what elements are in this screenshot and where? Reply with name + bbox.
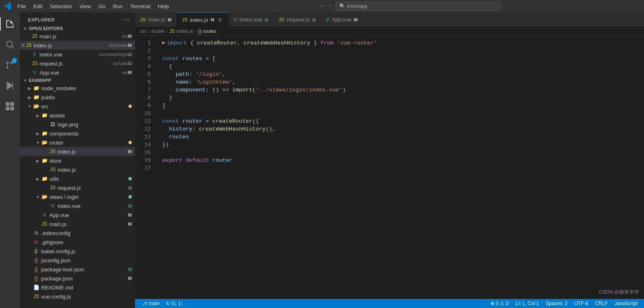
- tab-app-vue[interactable]: V App.vue M: [321, 12, 363, 27]
- open-editor-index-js[interactable]: ✕ JS index.js src\router M: [20, 41, 135, 50]
- tree-utils-request-js[interactable]: JS request.js U: [20, 183, 135, 192]
- status-language[interactable]: JavaScript: [611, 301, 641, 306]
- titlebar: File Edit Selection View Go Run Terminal…: [0, 0, 644, 12]
- menu-view[interactable]: View: [76, 2, 94, 10]
- tree-logo-png[interactable]: 🖼 logo.png: [20, 120, 135, 129]
- tree-views-index-vue[interactable]: V index.vue U: [20, 201, 135, 210]
- watermark: CSDN @极客李华: [599, 289, 639, 296]
- tree-public[interactable]: ▶ 📁 public: [20, 93, 135, 102]
- tab-index-js[interactable]: JS index.js M ✕: [177, 12, 229, 27]
- code-text: [209, 55, 212, 63]
- menu-file[interactable]: File: [14, 2, 29, 10]
- punc: }): [162, 141, 169, 149]
- function-name: createRouter: [197, 39, 237, 47]
- tree-store-index-js[interactable]: JS index.js: [20, 165, 135, 174]
- menu-go[interactable]: Go: [95, 2, 109, 10]
- tree-store[interactable]: ▶ 📁 store: [20, 156, 135, 165]
- tree-src[interactable]: ▼ 📂 src: [20, 102, 135, 111]
- punc: {: [190, 39, 197, 47]
- tree-readme-md[interactable]: 📄 README.md: [20, 283, 135, 292]
- tree-package-lock-json[interactable]: {} package-lock.json U: [20, 265, 135, 274]
- close-editor-icon[interactable]: ✕: [21, 42, 26, 49]
- file-path: src\router: [109, 43, 128, 48]
- tree-node-modules[interactable]: ▶ 📁 node_modules: [20, 84, 135, 93]
- punc: [: [212, 55, 216, 63]
- tree-src-main-js[interactable]: JS main.js M: [20, 219, 135, 229]
- punc: ]: [162, 102, 166, 110]
- folder-expanded-icon: ▼: [35, 140, 41, 145]
- variable: routes: [169, 133, 189, 141]
- status-errors[interactable]: ⊗ 0 ⚠ 0: [487, 301, 512, 306]
- breadcrumb-src[interactable]: src: [140, 28, 147, 34]
- tree-editorconfig[interactable]: ⚙ .editorconfig: [20, 229, 135, 238]
- status-branch[interactable]: ⎇ main: [138, 301, 163, 306]
- source-control-activity-icon[interactable]: 11: [0, 55, 20, 75]
- menu-edit[interactable]: Edit: [30, 2, 46, 10]
- tree-assets[interactable]: ▶ 📁 assets: [20, 111, 135, 120]
- nav-forward-button[interactable]: →: [327, 2, 332, 10]
- tree-views-login[interactable]: ▼ 📂 views \ login: [20, 192, 135, 201]
- tab-main-js[interactable]: JS main.js M: [135, 12, 177, 27]
- menu-run[interactable]: Run: [110, 2, 126, 10]
- breadcrumb-routes[interactable]: {}routes: [198, 28, 216, 34]
- code-line-7: component : () => import ( '../views/log…: [156, 86, 644, 94]
- new-file-icon[interactable]: ⋯: [123, 16, 130, 23]
- status-encoding[interactable]: UTF-8: [571, 301, 592, 306]
- extensions-activity-icon[interactable]: [0, 96, 20, 116]
- open-editor-main-js[interactable]: JS main.js src M: [20, 32, 135, 41]
- folder-label: src: [41, 103, 128, 110]
- global-search-bar[interactable]: 🔍 examapp: [336, 2, 500, 11]
- tab-index-vue[interactable]: V index.vue U: [229, 12, 274, 27]
- nav-back-button[interactable]: ←: [319, 2, 325, 10]
- status-eol[interactable]: CRLF: [592, 301, 611, 306]
- open-editors-section[interactable]: ▼ OPEN EDITORS: [20, 25, 135, 32]
- explorer-activity-icon[interactable]: [0, 14, 20, 34]
- modified-indicator: M: [128, 276, 132, 281]
- menu-terminal[interactable]: Terminal: [127, 2, 154, 10]
- menu-selection[interactable]: Selection: [47, 2, 75, 10]
- tab-request-js[interactable]: JS request.js U: [273, 12, 321, 27]
- code-line-8: }: [156, 94, 644, 102]
- breadcrumb-router[interactable]: router: [152, 28, 164, 34]
- svg-rect-10: [10, 107, 14, 110]
- file-label: package-lock.json: [41, 266, 128, 273]
- tree-router-index-js[interactable]: JS index.js M: [20, 147, 135, 156]
- punc: :: [189, 78, 196, 86]
- examapp-section[interactable]: ▼ EXAMAPP: [20, 77, 135, 84]
- open-editor-app-vue[interactable]: V App.vue src M: [20, 68, 135, 77]
- svg-point-0: [7, 41, 12, 47]
- tab-close-button[interactable]: ✕: [217, 16, 224, 23]
- tree-jsconfig-json[interactable]: {} jsconfig.json: [20, 256, 135, 265]
- status-bar: ⎇ main ↻ 0↓ 1↑ ⊗ 0 ⚠ 0 Ln 1, Col 1 Space…: [135, 299, 644, 308]
- svg-line-1: [12, 47, 14, 49]
- tree-gitignore[interactable]: ⊘ .gitignore: [20, 238, 135, 247]
- menu-help[interactable]: Help: [154, 2, 172, 10]
- run-activity-icon[interactable]: [0, 76, 20, 96]
- code-line-16: export default router: [156, 156, 644, 164]
- breadcrumb-index-js[interactable]: JSindex.js: [169, 28, 193, 34]
- tab-bar: JS main.js M JS index.js M ✕ V index.vue…: [135, 12, 644, 27]
- explorer-title: EXPLORER: [28, 17, 55, 22]
- punc: :: [189, 70, 196, 78]
- open-editor-request-js[interactable]: JS request.js src\utils U: [20, 59, 135, 68]
- code-text: [334, 39, 337, 47]
- tree-router[interactable]: ▼ 📂 router: [20, 138, 135, 147]
- status-spaces[interactable]: Spaces: 2: [542, 301, 571, 306]
- folder-icon: 📁: [41, 157, 48, 164]
- search-activity-icon[interactable]: [0, 35, 20, 54]
- file-label: babel.config.js: [41, 248, 135, 254]
- json-file-icon: {}: [33, 266, 40, 273]
- tree-vue-config-js[interactable]: JS vue.config.js: [20, 292, 135, 301]
- open-editor-index-vue[interactable]: V index.vue src\views\login U: [20, 50, 135, 59]
- status-sync[interactable]: ↻ 0↓ 1↑: [163, 301, 187, 306]
- code-content[interactable]: ▶ import { createRouter , createWebHashH…: [156, 36, 644, 299]
- tree-package-json[interactable]: {} package.json M: [20, 274, 135, 283]
- modified-indicator: M: [128, 70, 132, 75]
- indent: [162, 63, 169, 70]
- tree-utils[interactable]: ▶ 📁 utils: [20, 174, 135, 183]
- status-line-col[interactable]: Ln 1, Col 1: [512, 301, 542, 306]
- tree-app-vue[interactable]: V App.vue M: [20, 210, 135, 219]
- js-tab-icon: JS: [182, 17, 187, 23]
- tree-babel-config[interactable]: β babel.config.js: [20, 247, 135, 256]
- tree-components[interactable]: ▶ 📁 components: [20, 129, 135, 138]
